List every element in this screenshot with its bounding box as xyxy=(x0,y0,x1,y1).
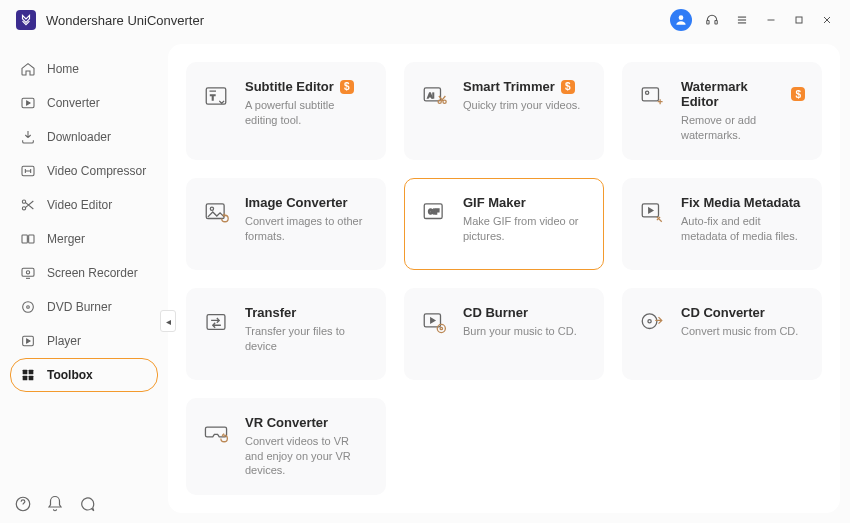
svg-rect-24 xyxy=(29,376,34,381)
svg-rect-16 xyxy=(22,268,34,276)
gif-icon: GIF xyxy=(419,197,449,227)
sidebar: Home Converter Downloader Video Compress… xyxy=(0,40,168,523)
sidebar-item-toolbox[interactable]: Toolbox xyxy=(10,358,158,392)
cd-converter-icon xyxy=(637,307,667,337)
sidebar-item-video-editor[interactable]: Video Editor xyxy=(10,188,158,222)
tool-title: Watermark Editor xyxy=(681,79,785,109)
metadata-icon xyxy=(637,197,667,227)
headset-icon[interactable] xyxy=(702,10,722,30)
svg-point-35 xyxy=(210,207,213,210)
sidebar-item-label: Player xyxy=(47,334,81,348)
tool-title: Smart Trimmer xyxy=(463,79,555,94)
tool-subtitle-editor[interactable]: T Subtitle Editor$ A powerful subtitle e… xyxy=(186,62,386,160)
tool-title: Subtitle Editor xyxy=(245,79,334,94)
sidebar-item-downloader[interactable]: Downloader xyxy=(10,120,158,154)
tool-gif-maker[interactable]: GIF GIF Maker Make GIF from video or pic… xyxy=(404,178,604,270)
svg-text:GIF: GIF xyxy=(428,208,439,215)
sidebar-item-home[interactable]: Home xyxy=(10,52,158,86)
tool-title: VR Converter xyxy=(245,415,328,430)
merger-icon xyxy=(19,230,37,248)
svg-rect-39 xyxy=(207,314,225,329)
watermark-icon xyxy=(637,81,667,111)
svg-point-19 xyxy=(27,306,30,309)
tool-cd-converter[interactable]: CD Converter Convert music from CD. xyxy=(622,288,822,380)
svg-point-42 xyxy=(440,327,442,329)
svg-point-43 xyxy=(642,314,657,329)
sidebar-item-label: Screen Recorder xyxy=(47,266,138,280)
tool-title: GIF Maker xyxy=(463,195,526,210)
sidebar-item-label: Toolbox xyxy=(47,368,93,382)
tool-desc: Transfer your files to device xyxy=(245,324,369,354)
tool-desc: Auto-fix and edit metadata of media file… xyxy=(681,214,805,244)
account-icon[interactable] xyxy=(670,9,692,31)
help-icon[interactable] xyxy=(14,495,32,513)
svg-point-17 xyxy=(26,271,29,274)
maximize-button[interactable] xyxy=(790,11,808,29)
cd-burner-icon xyxy=(419,307,449,337)
sidebar-item-label: Video Compressor xyxy=(47,164,146,178)
svg-rect-1 xyxy=(707,21,709,24)
svg-rect-23 xyxy=(23,376,28,381)
tool-transfer[interactable]: Transfer Transfer your files to device xyxy=(186,288,386,380)
app-title: Wondershare UniConverter xyxy=(46,13,204,28)
toolbox-icon xyxy=(19,366,37,384)
sidebar-item-converter[interactable]: Converter xyxy=(10,86,158,120)
svg-rect-32 xyxy=(642,88,658,101)
tool-desc: Remove or add watermarks. xyxy=(681,113,805,143)
compressor-icon xyxy=(19,162,37,180)
sidebar-item-label: Downloader xyxy=(47,130,111,144)
scissors-icon xyxy=(19,196,37,214)
svg-point-0 xyxy=(679,15,684,20)
tool-smart-trimmer[interactable]: AI Smart Trimmer$ Quicky trim your video… xyxy=(404,62,604,160)
svg-rect-15 xyxy=(29,235,34,243)
menu-icon[interactable] xyxy=(732,10,752,30)
tool-title: Fix Media Metadata xyxy=(681,195,800,210)
tool-desc: Quicky trim your videos. xyxy=(463,98,580,113)
collapse-sidebar-button[interactable]: ◂ xyxy=(160,310,176,332)
svg-point-33 xyxy=(646,91,649,94)
tool-desc: Convert videos to VR and enjoy on your V… xyxy=(245,434,369,479)
vr-icon xyxy=(201,417,231,447)
sidebar-item-dvd-burner[interactable]: DVD Burner xyxy=(10,290,158,324)
tool-desc: Burn your music to CD. xyxy=(463,324,577,339)
sidebar-item-label: Merger xyxy=(47,232,85,246)
tool-cd-burner[interactable]: CD Burner Burn your music to CD. xyxy=(404,288,604,380)
tool-desc: Make GIF from video or pictures. xyxy=(463,214,587,244)
trimmer-icon: AI xyxy=(419,81,449,111)
sidebar-item-label: DVD Burner xyxy=(47,300,112,314)
tool-title: CD Converter xyxy=(681,305,765,320)
minimize-button[interactable] xyxy=(762,11,780,29)
svg-rect-14 xyxy=(22,235,27,243)
tool-desc: A powerful subtitle editing tool. xyxy=(245,98,369,128)
tool-title: Image Converter xyxy=(245,195,348,210)
tool-title: Transfer xyxy=(245,305,296,320)
sidebar-item-merger[interactable]: Merger xyxy=(10,222,158,256)
tool-fix-metadata[interactable]: Fix Media Metadata Auto-fix and edit met… xyxy=(622,178,822,270)
dvd-icon xyxy=(19,298,37,316)
premium-badge: $ xyxy=(791,87,805,101)
sidebar-item-compressor[interactable]: Video Compressor xyxy=(10,154,158,188)
svg-rect-21 xyxy=(23,370,28,375)
transfer-icon xyxy=(201,307,231,337)
feedback-icon[interactable] xyxy=(78,495,96,513)
notifications-icon[interactable] xyxy=(46,495,64,513)
sidebar-item-screen-recorder[interactable]: Screen Recorder xyxy=(10,256,158,290)
sidebar-item-label: Converter xyxy=(47,96,100,110)
titlebar: Wondershare UniConverter xyxy=(0,0,850,40)
tool-image-converter[interactable]: Image Converter Convert images to other … xyxy=(186,178,386,270)
sidebar-item-player[interactable]: Player xyxy=(10,324,158,358)
recorder-icon xyxy=(19,264,37,282)
svg-point-18 xyxy=(23,302,34,313)
svg-text:AI: AI xyxy=(428,91,435,100)
close-button[interactable] xyxy=(818,11,836,29)
tool-watermark-editor[interactable]: Watermark Editor$ Remove or add watermar… xyxy=(622,62,822,160)
subtitle-icon: T xyxy=(201,81,231,111)
download-icon xyxy=(19,128,37,146)
svg-rect-22 xyxy=(29,370,34,375)
svg-rect-2 xyxy=(715,21,717,24)
tool-vr-converter[interactable]: VR Converter Convert videos to VR and en… xyxy=(186,398,386,496)
home-icon xyxy=(19,60,37,78)
tool-desc: Convert images to other formats. xyxy=(245,214,369,244)
svg-point-31 xyxy=(443,100,446,103)
svg-point-30 xyxy=(438,100,441,103)
